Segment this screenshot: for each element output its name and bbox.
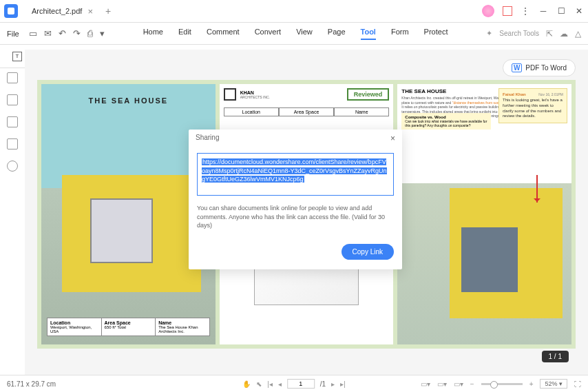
search-panel-icon[interactable] <box>7 161 18 172</box>
house-illustration-2 <box>450 188 563 318</box>
app-icon <box>4 4 18 18</box>
sticky-author: Faisal Khan <box>503 92 526 96</box>
page-indicator-badge: 1 / 1 <box>542 351 569 362</box>
maximize-button[interactable]: ☐ <box>556 6 566 16</box>
dialog-description: You can share documents link online for … <box>189 201 402 238</box>
menu-view[interactable]: View <box>296 28 313 40</box>
cloud-icon[interactable]: ☁ <box>560 29 568 39</box>
bookmark-icon[interactable] <box>7 94 18 105</box>
minimize-button[interactable]: ─ <box>538 6 548 16</box>
info-table: LocationWestport, Washington, USA Area S… <box>47 318 210 336</box>
status-bar: 61.71 x 29.7 cm ✋ ⬉ |◂ ◂ /1 ▸ ▸| ▭▾ ▭▾ ▭… <box>0 375 588 392</box>
tab-title: Architect_2.pdf <box>32 7 82 15</box>
mini-tab-name: Name <box>334 107 389 116</box>
zoom-out-icon[interactable]: − <box>470 380 474 388</box>
dropdown-icon[interactable]: ▾ <box>100 28 105 39</box>
annotation-arrow-icon <box>536 175 538 203</box>
search-tools[interactable]: Search Tools <box>499 30 539 37</box>
sharing-dialog: Sharing × https://documentcloud.wondersh… <box>189 130 402 269</box>
share-icon[interactable]: ⇱ <box>546 29 553 39</box>
dialog-title: Sharing <box>196 134 219 143</box>
menu-protect[interactable]: Protect <box>424 28 448 40</box>
redo-icon[interactable]: ↷ <box>73 28 81 39</box>
menu-home[interactable]: Home <box>143 28 163 40</box>
panel1-title: THE SEA HOUSE <box>41 96 216 105</box>
menu-form[interactable]: Form <box>391 28 409 40</box>
mail-icon[interactable]: ✉ <box>44 28 52 39</box>
menu-tool[interactable]: Tool <box>361 28 376 40</box>
bell-icon[interactable]: △ <box>575 29 581 39</box>
more-menu-icon[interactable]: ⋮ <box>521 6 530 17</box>
page-total: /1 <box>320 380 326 388</box>
last-page-icon[interactable]: ▸| <box>340 380 346 388</box>
mini-tab-location: Location <box>224 107 279 116</box>
menu-tabs: Home Edit Comment Convert View Page Tool… <box>143 28 448 40</box>
next-page-icon[interactable]: ▸ <box>331 380 335 388</box>
menu-edit[interactable]: Edit <box>178 28 191 40</box>
page-number-input[interactable] <box>287 379 315 389</box>
notification-icon[interactable] <box>503 6 512 16</box>
hand-tool-icon[interactable]: ✋ <box>242 380 251 388</box>
house-illustration <box>62 175 201 292</box>
page-dimensions: 61.71 x 29.7 cm <box>7 380 56 388</box>
zoom-value[interactable]: 52% ▾ <box>540 379 567 389</box>
brand-name: KHAN <box>240 90 270 95</box>
undo-icon[interactable]: ↶ <box>59 28 66 39</box>
share-link-input[interactable]: https://documentcloud.wondershare.com/cl… <box>197 153 394 196</box>
inline-comment[interactable]: Composite vs. Wood Can we look into what… <box>401 113 491 130</box>
tab-close-button[interactable]: × <box>87 6 93 17</box>
thumbnails-icon[interactable] <box>7 72 18 83</box>
sticky-body: This is looking great, let's have a furt… <box>503 98 563 119</box>
main-menu: File ▭ ✉ ↶ ↷ ⎙ ▾ Home Edit Comment Conve… <box>0 23 588 45</box>
search-tools-icon: ✦ <box>486 29 492 38</box>
house-window <box>90 198 153 263</box>
page-panel-3: THE SEA HOUSE Khan Architects Inc. creat… <box>397 84 571 344</box>
view-mode-icon[interactable]: ▭▾ <box>437 380 447 388</box>
sticky-date: Nov 16, 2:01PM <box>538 92 563 96</box>
select-tool-icon[interactable]: ⬉ <box>256 380 262 388</box>
document-tab[interactable]: Architect_2.pdf × <box>25 1 100 21</box>
read-mode-icon[interactable]: ▭▾ <box>454 380 463 388</box>
sticky-note[interactable]: Faisal Khan Nov 16, 2:01PM This is looki… <box>498 88 567 123</box>
menu-comment[interactable]: Comment <box>207 28 240 40</box>
attachment-icon[interactable] <box>7 138 18 149</box>
khan-logo-icon <box>224 88 236 101</box>
close-window-button[interactable]: ✕ <box>574 6 584 16</box>
pdf-to-word-button[interactable]: PDF To Word <box>503 59 576 76</box>
fullscreen-icon[interactable]: ⛶ <box>574 380 581 388</box>
title-bar: Architect_2.pdf × + ⋮ ─ ☐ ✕ <box>0 0 588 23</box>
fit-width-icon[interactable]: ▭▾ <box>421 380 430 388</box>
left-sidebar <box>0 68 25 375</box>
comment-panel-icon[interactable] <box>7 116 18 127</box>
add-tab-button[interactable]: + <box>100 6 116 17</box>
save-icon[interactable]: ▭ <box>29 28 37 39</box>
mini-tab-area: Area Space <box>279 107 334 116</box>
copy-link-button[interactable]: Copy Link <box>342 244 394 260</box>
prev-page-icon[interactable]: ◂ <box>278 380 282 388</box>
menu-convert[interactable]: Convert <box>255 28 282 40</box>
brand-sub: ARCHITECTS INC. <box>240 95 270 99</box>
zoom-in-icon[interactable]: + <box>529 380 534 388</box>
print-icon[interactable]: ⎙ <box>87 28 93 39</box>
reviewed-stamp: Reviewed <box>347 88 390 101</box>
assistant-icon[interactable] <box>482 5 494 17</box>
zoom-slider[interactable] <box>481 383 523 385</box>
menu-page[interactable]: Page <box>328 28 346 40</box>
file-menu[interactable]: File <box>7 30 19 38</box>
dialog-close-button[interactable]: × <box>390 134 395 143</box>
first-page-icon[interactable]: |◂ <box>267 380 273 388</box>
